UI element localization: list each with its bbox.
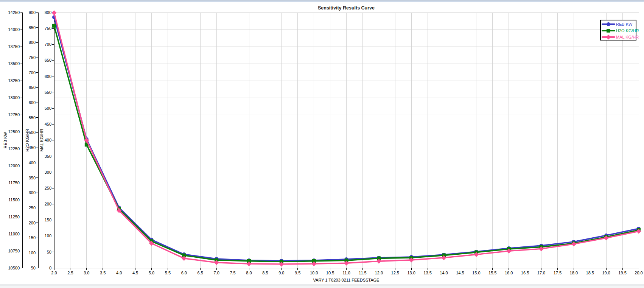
x-tick-label: 11.5 — [359, 271, 367, 275]
y-tick-label: 300 — [45, 170, 51, 174]
x-tick-label: 13.0 — [407, 271, 415, 275]
y-tick-label: 700 — [29, 70, 36, 75]
y-tick-label: 11000 — [8, 232, 20, 236]
x-tick-label: 17.5 — [554, 271, 562, 275]
y-tick-label: 600 — [29, 100, 36, 105]
y-tick-label: 550 — [45, 90, 51, 95]
y-tick-label: 13750 — [8, 44, 20, 49]
y-tick-label: 250 — [45, 186, 51, 190]
sensitivity-chart: 1050010750110001125011500117501200012250… — [0, 0, 644, 288]
chart-legend: REB KWH2O KG/HRMAL KG/HR — [600, 20, 639, 40]
chart-window: 1050010750110001125011500117501200012250… — [0, 0, 644, 288]
legend-label: REB KW — [616, 22, 633, 26]
y-tick-label: 350 — [29, 176, 36, 180]
y-tick-label: 200 — [29, 221, 36, 225]
y-tick-label: 10500 — [8, 266, 20, 270]
x-tick-label: 8.0 — [246, 271, 252, 275]
y-tick-label: 800 — [45, 10, 51, 15]
x-tick-label: 17.0 — [537, 271, 545, 275]
y-tick-label: 750 — [45, 26, 51, 31]
y-tick-label: 10750 — [8, 249, 20, 253]
y-tick-label: 900 — [29, 10, 36, 15]
x-tick-label: 14.5 — [456, 271, 464, 275]
x-tick-label: 18.0 — [570, 271, 578, 275]
y-axis-title-h2o: H2O KG/HR — [25, 129, 30, 152]
y-tick-label: 11750 — [8, 181, 20, 185]
legend-label: H2O KG/HR — [616, 28, 639, 33]
y-tick-label: 13500 — [8, 61, 20, 66]
y-axis-title-mal: MAL KG/HR — [39, 129, 44, 151]
y-tick-label: 200 — [45, 202, 51, 206]
y-tick-label: 500 — [45, 106, 51, 111]
y-tick-label: 650 — [45, 58, 51, 62]
y-axis-title-reb: REB KW — [3, 132, 8, 148]
y-axis-mal: 0501001502002503003504004505005506006507… — [45, 10, 54, 270]
x-tick-label: 9.0 — [278, 271, 284, 275]
x-tick-label: 12.0 — [375, 271, 383, 275]
y-tick-label: 250 — [29, 205, 36, 210]
y-tick-label: 12500 — [8, 129, 20, 134]
y-tick-label: 350 — [45, 154, 51, 159]
x-tick-label: 12.5 — [391, 271, 399, 275]
y-tick-label: 11250 — [8, 215, 20, 219]
x-tick-label: 10.0 — [310, 271, 318, 275]
y-tick-label: 11500 — [8, 198, 20, 202]
x-tick-label: 10.5 — [326, 271, 334, 275]
y-tick-label: 650 — [29, 85, 36, 90]
x-tick-label: 4.5 — [132, 271, 138, 275]
y-tick-label: 700 — [45, 42, 51, 47]
x-tick-label: 3.0 — [84, 271, 89, 275]
y-tick-label: 450 — [29, 145, 36, 150]
window-bottom-fill — [0, 286, 644, 288]
x-tick-label: 15.0 — [472, 271, 480, 275]
y-tick-label: 750 — [29, 55, 36, 60]
x-tick-label: 18.5 — [586, 271, 594, 275]
y-tick-label: 50 — [31, 266, 36, 270]
y-tick-label: 12250 — [8, 146, 20, 151]
y-tick-label: 400 — [45, 138, 51, 142]
y-tick-label: 400 — [29, 160, 36, 165]
x-axis-title: VARY 1 T0203 0211 FEEDSSTAGE — [313, 278, 380, 282]
x-tick-label: 15.5 — [488, 271, 496, 275]
y-tick-label: 0 — [49, 266, 51, 270]
y-tick-label: 450 — [45, 122, 51, 126]
x-tick-label: 20.0 — [635, 271, 642, 275]
x-tick-label: 5.5 — [165, 271, 171, 275]
x-tick-label: 6.5 — [198, 271, 203, 275]
y-tick-label: 800 — [29, 40, 36, 45]
y-tick-label: 100 — [45, 234, 51, 238]
y-tick-label: 14250 — [8, 10, 20, 15]
x-tick-label: 6.0 — [181, 271, 187, 275]
y-tick-label: 13250 — [8, 78, 20, 83]
y-tick-label: 12750 — [8, 112, 20, 117]
x-tick-label: 9.5 — [295, 271, 300, 275]
y-tick-label: 100 — [29, 251, 36, 255]
y-tick-label: 600 — [45, 74, 51, 79]
x-tick-label: 5.0 — [149, 271, 154, 275]
y-tick-label: 12000 — [8, 163, 20, 168]
x-axis: 2.02.53.03.54.04.55.05.56.06.57.07.58.08… — [51, 268, 642, 275]
x-tick-label: 19.5 — [618, 271, 626, 275]
y-tick-label: 550 — [29, 115, 36, 120]
x-tick-label: 4.0 — [116, 271, 122, 275]
x-tick-label: 11.0 — [342, 271, 350, 275]
chart-title: Sensitivity Results Curve — [318, 5, 375, 11]
x-tick-label: 7.5 — [230, 271, 235, 275]
y-axis-reb: 1050010750110001125011500117501200012250… — [8, 10, 22, 270]
y-tick-label: 500 — [29, 130, 36, 135]
y-tick-label: 14000 — [8, 27, 20, 32]
y-axis-h2o: 5010015020025030035040045050055060065070… — [29, 10, 38, 270]
x-tick-label: 7.0 — [214, 271, 219, 275]
y-tick-label: 150 — [45, 218, 51, 222]
legend-entry-mal: MAL KG/HR — [602, 35, 639, 40]
x-tick-label: 2.5 — [67, 271, 73, 275]
legend-entry-h2o: H2O KG/HR — [602, 28, 639, 33]
x-tick-label: 2.0 — [51, 271, 57, 275]
y-tick-label: 50 — [47, 250, 51, 254]
y-tick-label: 150 — [29, 235, 36, 240]
x-tick-label: 16.0 — [505, 271, 513, 275]
y-tick-label: 300 — [29, 190, 36, 195]
y-tick-label: 13000 — [8, 95, 20, 100]
axes: 1050010750110001125011500117501200012250… — [3, 10, 643, 275]
x-tick-label: 14.0 — [440, 271, 448, 275]
